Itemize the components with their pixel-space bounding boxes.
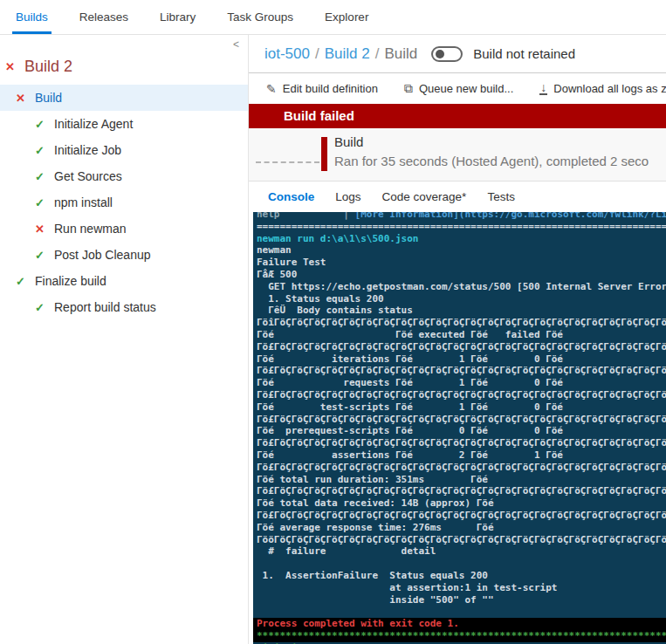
build-summary: Build Ran for 35 seconds (Hosted Agent),…: [249, 128, 666, 182]
breadcrumb-row: iot-500/Build 2/Build Build not retained: [249, 35, 666, 73]
step-label: Get Sources: [54, 169, 122, 183]
phase-duration-text: Ran for 35 seconds (Hosted Agent), compl…: [334, 154, 649, 168]
breadcrumb-current: Build: [384, 45, 417, 62]
check-icon: ✓: [35, 196, 54, 209]
console-line: Γö£ΓöÇΓöÇΓöÇΓöÇΓöÇΓöÇΓöÇΓöÇΓöÇΓöÇΓöÇΓöÇΓ…: [253, 341, 666, 353]
sidebar-item-build-2-root[interactable]: ✕ Build 2: [0, 35, 248, 85]
sidebar-item-initialize-job[interactable]: ✓ Initialize Job: [0, 137, 248, 163]
console-line: Failure Test: [253, 257, 666, 269]
console-separator-line: ****************************************…: [253, 630, 666, 642]
nav-tab-explorer[interactable]: Explorer: [321, 0, 372, 34]
result-tabs: Console Logs Code coverage* Tests: [249, 182, 666, 212]
top-navigation: Builds Releases Library Task Groups Expl…: [0, 0, 666, 35]
breadcrumb: iot-500/Build 2/Build: [264, 45, 417, 63]
breadcrumb-separator: /: [310, 45, 325, 62]
pencil-icon: ✎: [266, 82, 277, 96]
sidebar-item-report-build-status[interactable]: ✓ Report build status: [0, 294, 248, 320]
edit-build-definition-button[interactable]: ✎ Edit build definition: [266, 82, 378, 96]
retain-build-toggle[interactable]: [431, 46, 463, 62]
console-error-line: Process completed with exit code 1.: [253, 618, 666, 630]
tab-tests[interactable]: Tests: [487, 190, 515, 203]
download-logs-button[interactable]: ↓ Download all logs as zip: [539, 82, 666, 95]
check-icon: ✓: [35, 118, 54, 131]
step-label: Initialize Agent: [54, 117, 133, 131]
breadcrumb-link-build-number[interactable]: Build 2: [325, 45, 370, 62]
sidebar-item-finalize-build[interactable]: ✓ Finalize build: [0, 268, 248, 294]
step-label: Finalize build: [35, 274, 106, 288]
failed-phase-bar: [321, 137, 327, 171]
console-text: help | [More Information](https://go.mic…: [253, 212, 666, 644]
phase-title: Build: [334, 134, 363, 149]
button-label: Queue new build...: [419, 82, 513, 95]
sidebar-item-get-sources[interactable]: ✓ Get Sources: [0, 163, 248, 189]
console-line: Γöé iterations Γöé 1 Γöé 0 Γöé: [253, 353, 666, 366]
nav-tab-library[interactable]: Library: [156, 0, 199, 34]
console-output[interactable]: help | [More Information](https://go.mic…: [253, 212, 666, 644]
console-command-line: newman run d:\a\1\s\500.json: [253, 233, 666, 245]
sidebar-item-initialize-agent[interactable]: ✓ Initialize Agent: [0, 111, 248, 137]
failed-x-icon: ✕: [5, 60, 24, 73]
console-line: GET https://echo.getpostman.com/status/5…: [253, 281, 666, 293]
console-line: Γöé requests Γöé 1 Γöé 0 Γöé: [253, 377, 666, 389]
build-title: Build 2: [24, 58, 72, 76]
step-label: Build: [35, 91, 62, 105]
sidebar-item-post-job-cleanup[interactable]: ✓ Post Job Cleanup: [0, 242, 248, 268]
download-icon: ↓: [539, 83, 547, 95]
step-label: Initialize Job: [54, 143, 121, 157]
console-line: Γö£ΓöÇΓöÇΓöÇΓöÇΓöÇΓöÇΓöÇΓöÇΓöÇΓöÇΓöÇΓöÇΓ…: [253, 365, 666, 377]
console-line: at assertion:1 in test-script: [253, 582, 666, 594]
console-line: Γö£ΓöÇΓöÇΓöÇΓöÇΓöÇΓöÇΓöÇΓöÇΓöÇΓöÇΓöÇΓöÇΓ…: [253, 485, 666, 497]
step-label: Run newman: [54, 222, 127, 236]
console-line: ΓêÜ Body contains status: [253, 305, 666, 317]
breadcrumb-link-definition[interactable]: iot-500: [264, 45, 310, 62]
failed-x-icon: ✕: [16, 92, 35, 105]
tab-code-coverage[interactable]: Code coverage*: [382, 190, 467, 203]
console-line: inside "500" of "": [253, 594, 666, 606]
console-line: 1. AssertionFailure Status equals 200: [253, 570, 666, 582]
console-line: ΓööΓöÇΓöÇΓöÇΓöÇΓöÇΓöÇΓöÇΓöÇΓöÇΓöÇΓöÇΓöÇΓ…: [253, 534, 666, 546]
retain-toggle-label: Build not retained: [473, 46, 575, 61]
sidebar-item-run-newman[interactable]: ✕ Run newman: [0, 216, 248, 242]
build-failed-banner: Build failed: [249, 104, 666, 128]
step-label: Report build status: [54, 300, 156, 314]
nav-tab-task-groups[interactable]: Task Groups: [223, 0, 297, 34]
console-line: Γöé Γöé executed Γöé failed Γöé: [253, 329, 666, 341]
check-icon: ✓: [35, 301, 54, 314]
toolbar: ✎ Edit build definition ⧉ Queue new buil…: [249, 73, 666, 104]
console-line: Γö£ΓöÇΓöÇΓöÇΓöÇΓöÇΓöÇΓöÇΓöÇΓöÇΓöÇΓöÇΓöÇΓ…: [253, 437, 666, 449]
console-line: Γö£ΓöÇΓöÇΓöÇΓöÇΓöÇΓöÇΓöÇΓöÇΓöÇΓöÇΓöÇΓöÇΓ…: [253, 462, 666, 474]
console-line: Γö£ΓöÇΓöÇΓöÇΓöÇΓöÇΓöÇΓöÇΓöÇΓöÇΓöÇΓöÇΓöÇΓ…: [253, 414, 666, 426]
main-panel: iot-500/Build 2/Build Build not retained…: [249, 35, 666, 644]
step-label: Post Job Cleanup: [54, 248, 151, 262]
console-line: help | [More Information](https://go.mic…: [253, 212, 666, 221]
toggle-knob: [436, 50, 444, 58]
console-line: # failure detail: [253, 545, 666, 558]
check-icon: ✓: [16, 275, 35, 288]
console-line: newman: [253, 244, 666, 257]
console-line: Γö£ΓöÇΓöÇΓöÇΓöÇΓöÇΓöÇΓöÇΓöÇΓöÇΓöÇΓöÇΓöÇΓ…: [253, 510, 666, 522]
check-icon: ✓: [35, 249, 54, 262]
sidebar-collapse-icon[interactable]: <: [233, 38, 239, 51]
button-label: Edit build definition: [283, 82, 378, 95]
console-line: [253, 606, 666, 618]
sidebar-item-build[interactable]: ✕ Build: [0, 85, 248, 111]
console-link: [More Information](https://go.microsoft.…: [355, 212, 666, 220]
tab-logs[interactable]: Logs: [335, 190, 360, 203]
tab-console[interactable]: Console: [268, 190, 314, 203]
console-line: Γöé test-scripts Γöé 1 Γöé 0 Γöé: [253, 401, 666, 414]
nav-tab-builds[interactable]: Builds: [12, 0, 51, 34]
check-icon: ✓: [35, 144, 54, 157]
console-line: Γö£ΓöÇΓöÇΓöÇΓöÇΓöÇΓöÇΓöÇΓöÇΓöÇΓöÇΓöÇΓöÇΓ…: [253, 389, 666, 401]
console-line: Γöé total run duration: 351ms Γöé: [253, 474, 666, 486]
console-line: Γöé prerequest-scripts Γöé 0 Γöé 0 Γöé: [253, 425, 666, 437]
queue-new-build-button[interactable]: ⧉ Queue new build...: [404, 81, 513, 96]
console-line: 1. Status equals 200: [253, 293, 666, 305]
nav-tab-releases[interactable]: Releases: [76, 0, 132, 34]
timeline-dashes: [256, 161, 319, 163]
console-line: Γöé assertions Γöé 2 Γöé 1 Γöé: [253, 449, 666, 462]
sidebar-item-npm-install[interactable]: ✓ npm install: [0, 189, 248, 216]
step-label: npm install: [54, 195, 113, 209]
console-line: Γöé average response time: 276ms Γöé: [253, 522, 666, 534]
console-line: ========================================…: [253, 221, 666, 233]
console-line: Γöé total data received: 14B (approx) Γö…: [253, 497, 666, 510]
